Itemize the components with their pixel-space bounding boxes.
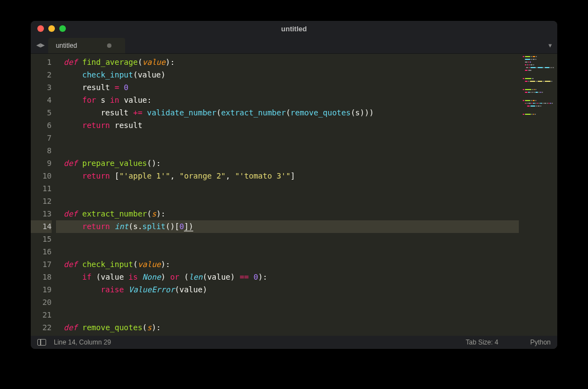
line-number[interactable]: 22: [31, 321, 52, 334]
editor-area: 12345678910111213141516171819202122 def …: [31, 54, 557, 336]
line-number[interactable]: 21: [31, 309, 52, 321]
window-title: untitled: [31, 25, 557, 33]
line-number[interactable]: 14: [31, 220, 52, 233]
code-line[interactable]: def prepare_values():: [56, 157, 519, 170]
code-line[interactable]: result += validate_number(extract_number…: [56, 107, 519, 119]
code-line[interactable]: [56, 296, 519, 309]
line-number[interactable]: 5: [31, 107, 52, 119]
line-number[interactable]: 4: [31, 94, 52, 107]
tab-size[interactable]: Tab Size: 4: [466, 338, 498, 346]
line-number[interactable]: 2: [31, 69, 52, 81]
titlebar: untitled: [31, 21, 557, 36]
zoom-icon[interactable]: [59, 25, 66, 32]
status-bar: Line 14, Column 29 Tab Size: 4 Python: [31, 336, 557, 349]
line-number[interactable]: 13: [31, 208, 52, 220]
code-line[interactable]: def check_input(value):: [56, 258, 519, 271]
line-number[interactable]: 1: [31, 56, 52, 69]
code-line[interactable]: if (value is None) or (len(value) == 0):: [56, 271, 519, 284]
line-number[interactable]: 6: [31, 119, 52, 132]
code-line[interactable]: def remove_quotes(s):: [56, 321, 519, 334]
line-number[interactable]: 11: [31, 182, 52, 195]
line-number[interactable]: 10: [31, 170, 52, 182]
code-editor[interactable]: def find_average(value): check_input(val…: [56, 54, 519, 336]
close-icon[interactable]: [37, 25, 44, 32]
editor-window: untitled ◀ ▶ untitled ▼ 1234567891011121…: [31, 21, 557, 349]
code-line[interactable]: def find_average(value):: [56, 56, 519, 69]
cursor-position[interactable]: Line 14, Column 29: [54, 338, 111, 346]
code-line[interactable]: [56, 233, 519, 246]
tab-label: untitled: [56, 42, 77, 49]
traffic-lights: [37, 25, 66, 32]
minimize-icon[interactable]: [48, 25, 55, 32]
code-line[interactable]: return ["'apple 1'", "orange 2", "'tomat…: [56, 170, 519, 182]
code-line[interactable]: check_input(value): [56, 69, 519, 81]
code-line[interactable]: [56, 246, 519, 258]
line-number[interactable]: 15: [31, 233, 52, 246]
code-line[interactable]: def extract_number(s):: [56, 208, 519, 220]
code-line[interactable]: [56, 309, 519, 321]
line-number[interactable]: 3: [31, 81, 52, 94]
nav-forward-icon[interactable]: ▶: [41, 41, 45, 49]
code-line[interactable]: [56, 182, 519, 195]
line-number[interactable]: 16: [31, 246, 52, 258]
panel-toggle-icon[interactable]: [37, 339, 46, 346]
code-line[interactable]: [56, 145, 519, 157]
line-number[interactable]: 18: [31, 271, 52, 284]
code-line[interactable]: [56, 195, 519, 208]
line-number[interactable]: 7: [31, 132, 52, 145]
gutter[interactable]: 12345678910111213141516171819202122: [31, 54, 56, 336]
tab-untitled[interactable]: untitled: [48, 38, 125, 53]
nav-arrows: ◀ ▶: [31, 36, 48, 53]
line-number[interactable]: 12: [31, 195, 52, 208]
tab-bar: ◀ ▶ untitled ▼: [31, 36, 557, 54]
minimap[interactable]: [519, 54, 557, 336]
dirty-indicator-icon: [107, 43, 111, 48]
line-number[interactable]: 8: [31, 145, 52, 157]
line-number[interactable]: 19: [31, 284, 52, 296]
code-line[interactable]: return result: [56, 119, 519, 132]
nav-back-icon[interactable]: ◀: [36, 41, 41, 49]
code-line[interactable]: raise ValueError(value): [56, 284, 519, 296]
code-line[interactable]: result = 0: [56, 81, 519, 94]
line-number[interactable]: 9: [31, 157, 52, 170]
line-number[interactable]: 17: [31, 258, 52, 271]
code-line[interactable]: return int(s.split()[0]): [56, 220, 519, 233]
code-line[interactable]: [56, 132, 519, 145]
tab-menu-icon[interactable]: ▼: [548, 42, 552, 48]
code-line[interactable]: for s in value:: [56, 94, 519, 107]
syntax-mode[interactable]: Python: [530, 338, 551, 346]
line-number[interactable]: 20: [31, 296, 52, 309]
